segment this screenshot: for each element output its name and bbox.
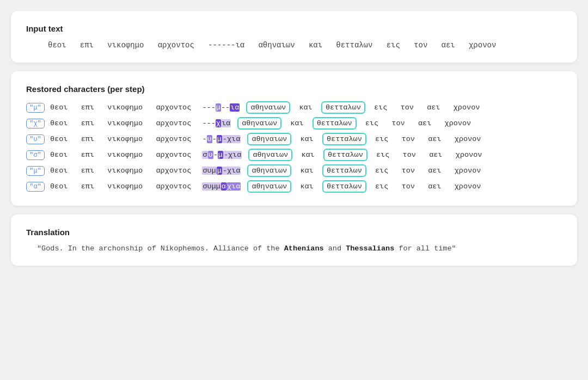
teal-box-word1-6: αθηναιων xyxy=(247,180,291,193)
teal-box-word1-5: αθηναιων xyxy=(247,164,291,177)
char-badge-4: "σ" xyxy=(26,150,45,160)
word-middle-2: ---χια xyxy=(200,118,233,128)
row-text-1: θεοι επι νικοφημο αρχοντος ---μ--ια αθην… xyxy=(50,101,480,114)
restored-characters-card: Restored characters (per step) "μ" θεοι … xyxy=(11,71,577,206)
restored-row-3: "υ" θεοι επι νικοφημο αρχοντος -υ-μ-χια … xyxy=(26,133,562,145)
translation-text-middle: and xyxy=(324,244,346,253)
row-text-4: θεοι επι νικοφημο αρχοντος συ-μ-χια αθην… xyxy=(50,149,482,161)
teal-box-word2-5: θετταλων xyxy=(322,164,366,177)
input-text-title: Input text xyxy=(26,24,562,33)
translation-text-after: for all time" xyxy=(394,244,456,253)
teal-box-word2-6: θετταλων xyxy=(322,180,366,193)
word-middle-3: -υ-μ-χια xyxy=(200,134,243,144)
word-middle-5: συμμ-χια xyxy=(200,166,243,176)
restored-row-1: "μ" θεοι επι νικοφημο αρχοντος ---μ--ια … xyxy=(26,101,562,114)
teal-box-word2-2: θετταλων xyxy=(313,117,357,130)
translation-word2: Thessalians xyxy=(346,244,394,253)
restored-row-4: "σ" θεοι επι νικοφημο αρχοντος συ-μ-χια … xyxy=(26,149,562,161)
teal-box-word2-1: θετταλων xyxy=(321,101,365,114)
char-badge-1: "μ" xyxy=(26,103,45,113)
translation-content: "Gods. In the archonship of Nikophemos. … xyxy=(26,244,562,253)
word-middle-1: ---μ--ια xyxy=(200,102,242,113)
restored-rows-container: "μ" θεοι επι νικοφημο αρχοντος ---μ--ια … xyxy=(26,101,562,193)
word-middle-4: συ-μ-χια xyxy=(200,150,244,160)
restored-row-5: "μ" θεοι επι νικοφημο αρχοντος συμμ-χια … xyxy=(26,164,562,177)
teal-box-word2-3: θετταλων xyxy=(322,133,366,145)
teal-box-word1-1: αθηναιων xyxy=(246,101,290,114)
teal-box-word2-4: θετταλων xyxy=(323,149,367,161)
char-badge-6: "α" xyxy=(26,182,45,192)
row-text-3: θεοι επι νικοφημο αρχοντος -υ-μ-χια αθην… xyxy=(50,133,481,145)
row-text-6: θεοι επι νικοφημο αρχοντος συμμαχια αθην… xyxy=(50,180,481,193)
translation-text-before: "Gods. In the archonship of Nikophemos. … xyxy=(37,244,284,253)
char-badge-5: "μ" xyxy=(26,166,45,176)
teal-box-word1-2: αθηναιων xyxy=(237,117,281,130)
restored-characters-title: Restored characters (per step) xyxy=(26,84,562,94)
translation-title: Translation xyxy=(26,228,562,237)
char-badge-2: "χ" xyxy=(26,119,45,128)
teal-box-word1-3: αθηναιων xyxy=(247,133,291,145)
restored-row-2: "χ" θεοι επι νικοφημο αρχοντος ---χια αθ… xyxy=(26,117,562,130)
row-text-2: θεοι επι νικοφημο αρχοντος ---χια αθηναι… xyxy=(50,117,471,130)
teal-box-word1-4: αθηναιων xyxy=(248,149,292,161)
translation-card: Translation "Gods. In the archonship of … xyxy=(11,214,577,266)
char-badge-3: "υ" xyxy=(26,134,45,144)
input-text-content: θεοι επι νικοφημο αρχοντος ------ια αθην… xyxy=(26,41,562,50)
row-text-5: θεοι επι νικοφημο αρχοντος συμμ-χια αθην… xyxy=(50,164,481,177)
word-middle-6: συμμαχια xyxy=(200,181,243,192)
restored-row-6: "α" θεοι επι νικοφημο αρχοντος συμμαχια … xyxy=(26,180,562,193)
translation-word1: Athenians xyxy=(284,244,324,253)
input-text-card: Input text θεοι επι νικοφημο αρχοντος --… xyxy=(11,11,577,63)
